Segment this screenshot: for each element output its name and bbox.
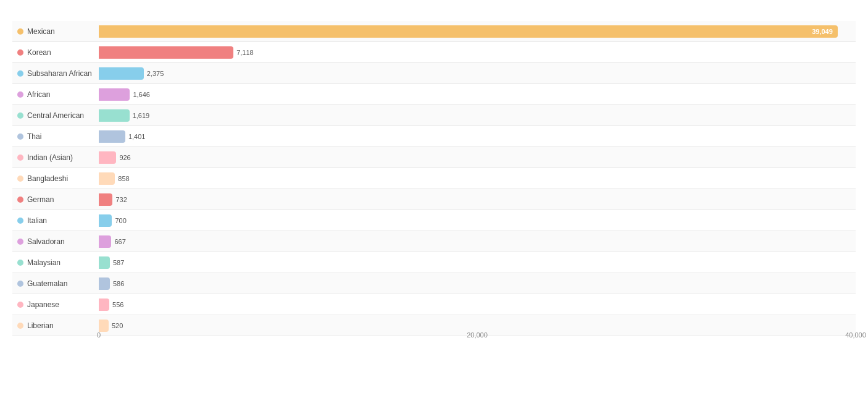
bar-dot: [17, 91, 23, 98]
bar-track: 1,646: [99, 88, 856, 101]
bar-value: 1,401: [128, 133, 146, 140]
bar-fill: [99, 130, 125, 143]
bar-label-text: Central American: [27, 111, 84, 120]
bar-row: German732: [12, 189, 856, 210]
bar-fill: [99, 193, 112, 206]
bar-row: Italian700: [12, 210, 856, 231]
bar-dot: [17, 176, 23, 182]
bar-row: African1,646: [12, 84, 856, 105]
bar-row: Guatemalan586: [12, 273, 856, 294]
bar-dot: [17, 49, 23, 56]
bar-track: 667: [99, 235, 856, 248]
bar-value: 2,375: [147, 70, 164, 77]
bar-fill: [99, 109, 130, 122]
bar-label: Liberian: [12, 321, 99, 330]
chart-container: Mexican39,049Korean7,118Subsaharan Afric…: [0, 0, 868, 398]
bar-row: Indian (Asian)926: [12, 147, 856, 168]
bar-track: 586: [99, 277, 856, 290]
bar-label-text: Salvadoran: [27, 237, 65, 246]
bar-fill: 39,049: [99, 25, 838, 38]
bar-value: 39,049: [812, 28, 833, 35]
bar-row: Bangladeshi858: [12, 168, 856, 189]
bar-dot: [17, 281, 23, 287]
bar-track: 1,401: [99, 130, 856, 143]
bar-fill: [99, 214, 112, 227]
bar-dot: [17, 260, 23, 266]
x-axis: 020,00040,000: [99, 320, 856, 339]
bar-track: 7,118: [99, 46, 856, 59]
bar-fill: [99, 172, 115, 185]
bar-value: 587: [113, 259, 124, 266]
bar-track: 858: [99, 172, 856, 185]
bar-label: Thai: [12, 132, 99, 141]
bar-track: 732: [99, 193, 856, 206]
bar-dot: [17, 155, 23, 161]
x-tick: 20,000: [467, 331, 488, 339]
bar-row: Subsaharan African2,375: [12, 63, 856, 84]
bar-label-text: Italian: [27, 216, 47, 225]
bar-label-text: African: [27, 90, 50, 99]
bar-label-text: Subsaharan African: [27, 69, 92, 78]
bar-label-text: Mexican: [27, 27, 55, 36]
bar-dot: [17, 323, 23, 329]
bar-dot: [17, 112, 23, 119]
bar-label-text: Malaysian: [27, 258, 61, 267]
bar-row: Japanese556: [12, 294, 856, 315]
bar-row: Salvadoran667: [12, 231, 856, 252]
bar-dot: [17, 133, 23, 140]
bar-dot: [17, 28, 23, 35]
bar-fill: [99, 151, 116, 164]
bar-label-text: Japanese: [27, 300, 59, 309]
bar-label: Malaysian: [12, 258, 99, 267]
bar-value: 586: [113, 280, 124, 287]
bar-value: 7,118: [236, 49, 254, 56]
bar-row: Central American1,619: [12, 105, 856, 126]
bar-track: 2,375: [99, 67, 856, 80]
bar-dot: [17, 218, 23, 224]
bar-label-text: Liberian: [27, 321, 54, 330]
bar-value: 700: [115, 217, 126, 224]
bar-label: Guatemalan: [12, 279, 99, 288]
bar-label: Korean: [12, 48, 99, 57]
bar-label-text: Thai: [27, 132, 41, 141]
bar-value: 858: [118, 175, 129, 182]
bar-track: 39,049: [99, 25, 856, 38]
bar-fill: [99, 67, 144, 80]
x-tick: 40,000: [845, 331, 866, 339]
bar-dot: [17, 70, 23, 77]
bar-row: Thai1,401: [12, 126, 856, 147]
bar-label: Italian: [12, 216, 99, 225]
bar-track: 556: [99, 298, 856, 311]
bar-track: 700: [99, 214, 856, 227]
bar-row: Korean7,118: [12, 42, 856, 63]
bar-label: Mexican: [12, 27, 99, 36]
chart-area: Mexican39,049Korean7,118Subsaharan Afric…: [12, 21, 856, 339]
bar-row: Malaysian587: [12, 252, 856, 273]
bar-fill: [99, 298, 109, 311]
bar-fill: [99, 235, 111, 248]
bar-dot: [17, 239, 23, 245]
bar-fill: [99, 46, 233, 59]
bar-track: 1,619: [99, 109, 856, 122]
bar-fill: [99, 277, 110, 290]
x-tick: 0: [97, 331, 101, 339]
bar-dot: [17, 302, 23, 308]
bar-label-text: Bangladeshi: [27, 174, 68, 183]
bar-track: 926: [99, 151, 856, 164]
bar-label: Indian (Asian): [12, 153, 99, 162]
bar-label-text: Korean: [27, 48, 51, 57]
bars-section: Mexican39,049Korean7,118Subsaharan Afric…: [12, 21, 856, 320]
bar-label: Japanese: [12, 300, 99, 309]
bar-fill: [99, 88, 130, 101]
bar-value: 732: [115, 196, 127, 203]
bar-label: German: [12, 195, 99, 204]
bar-track: 587: [99, 256, 856, 269]
bar-label: Salvadoran: [12, 237, 99, 246]
bar-dot: [17, 197, 23, 203]
bar-value: 1,646: [133, 91, 150, 98]
bar-label-text: Guatemalan: [27, 279, 67, 288]
bar-value: 926: [119, 154, 130, 161]
bar-label: African: [12, 90, 99, 99]
bar-label: Central American: [12, 111, 99, 120]
bar-label-text: German: [27, 195, 54, 204]
